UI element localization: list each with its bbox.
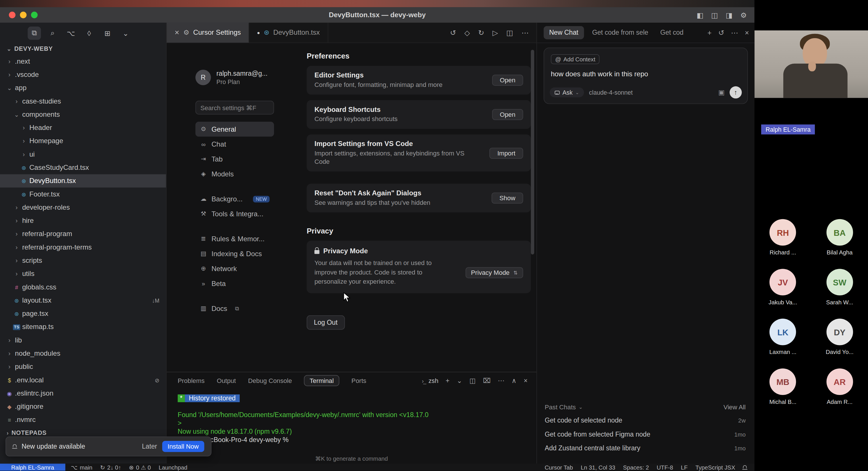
tree-item[interactable]: › lib — [0, 334, 166, 347]
notifications-bell-icon[interactable] — [743, 465, 747, 468]
participant-tile[interactable]: BA Bilal Agha — [815, 219, 865, 256]
chat-more-icon[interactable]: ⋯ — [731, 28, 738, 37]
chat-tab[interactable]: New Chat — [544, 26, 584, 39]
chevron-down-icon[interactable]: ⌄ — [119, 27, 132, 40]
settings-nav-item[interactable]: ≣ Rules & Memor... — [195, 231, 274, 246]
tree-item[interactable]: TS sitemap.ts — [0, 321, 166, 334]
tree-item[interactable]: ◆ .gitignore — [0, 400, 166, 413]
tree-item[interactable]: › Homepage — [0, 135, 166, 148]
preference-action-button[interactable]: Show — [492, 193, 523, 204]
tree-item[interactable]: ⊛ layout.tsx ↓M — [0, 294, 166, 307]
tab-devybutton[interactable]: ● ⊛ DevyButton.tsx — [249, 23, 328, 42]
install-now-button[interactable]: Install Now — [162, 441, 205, 452]
preference-action-button[interactable]: Import — [490, 147, 523, 159]
more-actions-icon[interactable]: ⋯ — [522, 28, 529, 37]
tree-item[interactable]: ◉ .eslintrc.json — [0, 387, 166, 400]
participant-tile[interactable]: MB Michal B... — [758, 368, 808, 405]
tree-item[interactable]: › referral-program-terms — [0, 241, 166, 254]
explorer-icon[interactable]: ⧉ — [28, 27, 41, 40]
kill-terminal-icon[interactable]: ⌧ — [483, 377, 491, 384]
participant-tile[interactable]: DY David Yo... — [815, 319, 865, 355]
close-panel-icon[interactable]: × — [524, 377, 528, 384]
chat-history-icon[interactable]: ↺ — [718, 28, 724, 37]
toggle-right-panel-icon[interactable]: ◨ — [725, 11, 733, 19]
terminal-dropdown-icon[interactable]: ⌄ — [457, 377, 462, 384]
unsaved-dot-icon[interactable]: ● — [257, 30, 260, 35]
close-window-button[interactable] — [9, 11, 16, 18]
status-item[interactable]: Ln 31, Col 33 — [581, 464, 615, 470]
tree-item[interactable]: ⊛ DevyButton.tsx — [0, 174, 166, 187]
logout-button[interactable]: Log Out — [307, 315, 344, 330]
panel-more-icon[interactable]: ⋯ — [498, 377, 504, 384]
status-item[interactable]: ⊗ 0 ⚠ 0 — [129, 464, 151, 470]
tree-item[interactable]: # globals.css — [0, 280, 166, 294]
past-chats-title[interactable]: Past Chats — [545, 404, 576, 410]
debug-shield-icon[interactable]: ◊ — [82, 27, 96, 40]
past-chat-item[interactable]: Add Zustand central state library 1mo — [545, 444, 746, 452]
toggle-left-panel-icon[interactable]: ◧ — [696, 11, 704, 19]
status-item[interactable]: LF — [681, 464, 688, 470]
tree-item[interactable]: $ .env.local ⊘ — [0, 373, 166, 387]
tree-item[interactable]: › .vscode — [0, 68, 166, 81]
preference-action-button[interactable]: Open — [492, 109, 523, 120]
status-item[interactable]: ↻ 2↓ 0↑ — [100, 464, 121, 470]
tree-item[interactable]: › public — [0, 360, 166, 373]
settings-scrollbar[interactable] — [531, 50, 534, 255]
past-chat-item[interactable]: Get code of selected node 2w — [545, 416, 746, 424]
status-item[interactable]: TypeScript JSX — [695, 464, 735, 470]
status-item[interactable]: Launchpad — [159, 464, 187, 470]
past-chat-item[interactable]: Get code from selected Figma node 1mo — [545, 430, 746, 438]
new-chat-icon[interactable]: + — [708, 28, 712, 37]
webcam-video[interactable] — [755, 30, 868, 98]
panel-tab[interactable]: Ports — [351, 377, 366, 384]
settings-nav-item[interactable]: ☁ Backgro... NEW — [195, 191, 274, 206]
search-icon[interactable]: ⌕ — [46, 27, 59, 40]
settings-nav-item[interactable]: ▤ Indexing & Docs — [195, 246, 274, 261]
participant-tile[interactable]: AR Adam R... — [815, 368, 865, 405]
participant-tile[interactable]: LK Laxman ... — [758, 319, 808, 355]
settings-nav-item[interactable]: » Beta — [195, 276, 274, 291]
toggle-bottom-panel-icon[interactable]: ◫ — [711, 11, 718, 19]
zoom-window-button[interactable] — [31, 11, 38, 18]
settings-nav-item[interactable]: ⊕ Network — [195, 261, 274, 276]
settings-nav-item[interactable]: ⇥ Tab — [195, 152, 274, 166]
chat-tab[interactable]: Get cod — [655, 26, 683, 39]
new-terminal-icon[interactable]: + — [445, 377, 450, 384]
tree-item[interactable]: › ui — [0, 148, 166, 161]
shell-chip[interactable]: ›_ zsh — [422, 377, 438, 384]
tree-item[interactable]: › node_modules — [0, 347, 166, 360]
status-item[interactable]: Spaces: 2 — [623, 464, 649, 470]
tree-item[interactable]: ⊛ page.tsx — [0, 307, 166, 320]
ask-mode-dropdown[interactable]: Ask ⌄ — [550, 88, 584, 98]
minimize-window-button[interactable] — [20, 11, 26, 18]
tree-item[interactable]: ⊛ CaseStudyCard.tsx — [0, 161, 166, 174]
chat-tab[interactable]: Get code from sele — [587, 26, 652, 39]
nav-back-icon[interactable]: ↺ — [450, 28, 456, 37]
tree-item[interactable]: › case-studies — [0, 95, 166, 108]
split-terminal-icon[interactable]: ◫ — [469, 377, 476, 384]
panel-tab[interactable]: Terminal — [304, 375, 339, 386]
settings-nav-item[interactable]: ▥ Docs ⧉ — [195, 301, 274, 316]
explorer-root-header[interactable]: ⌄ DEVY-WEBY — [0, 42, 166, 55]
tree-item[interactable]: › hire — [0, 214, 166, 227]
panel-tab[interactable]: Output — [217, 377, 236, 384]
tree-item[interactable]: ⌄ app — [0, 81, 166, 94]
close-chat-icon[interactable]: × — [745, 28, 749, 37]
status-item[interactable]: UTF-8 — [657, 464, 673, 470]
tree-item[interactable]: › scripts — [0, 254, 166, 267]
source-control-icon[interactable]: ⌥ — [64, 27, 78, 40]
tree-item[interactable]: ≡ .nvmrc — [0, 413, 166, 427]
privacy-mode-dropdown[interactable]: Privacy Mode ⇅ — [466, 267, 523, 278]
view-all-link[interactable]: View All — [724, 404, 746, 410]
settings-nav-item[interactable]: ⚒ Tools & Integra... — [195, 206, 274, 221]
panel-tab[interactable]: Debug Console — [248, 377, 292, 384]
chat-query-text[interactable]: how does auth work in this repo — [551, 70, 741, 78]
settings-nav-item[interactable]: ⚙ General — [195, 122, 274, 137]
tree-item[interactable]: › Header — [0, 121, 166, 134]
send-button[interactable]: ↑ — [730, 86, 742, 98]
participant-tile[interactable]: SW Sarah W... — [815, 269, 865, 305]
extensions-icon[interactable]: ⊞ — [101, 27, 114, 40]
nav-forward-icon[interactable]: ↻ — [478, 28, 484, 37]
tree-item[interactable]: ⊛ Footer.tsx — [0, 188, 166, 201]
participant-tile[interactable]: RH Richard ... — [758, 219, 808, 256]
